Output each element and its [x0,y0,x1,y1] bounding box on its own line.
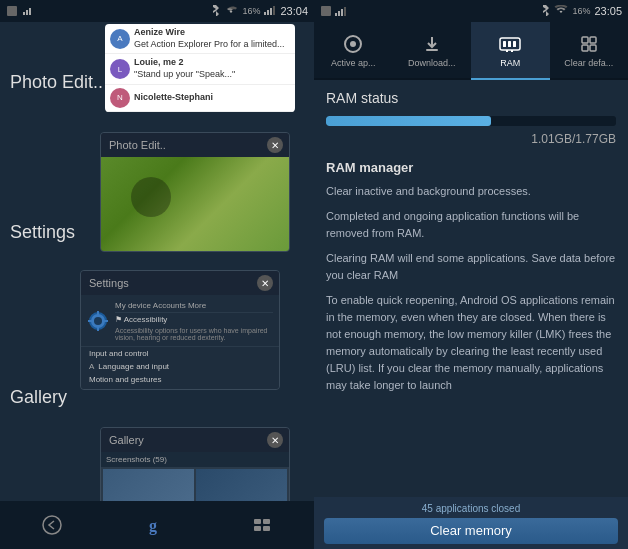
clear-memory-button[interactable]: Clear memory [324,518,618,544]
tab-download[interactable]: Download... [393,22,472,78]
svg-rect-37 [590,45,596,51]
settings-card[interactable]: Settings ✕ My device Accounts More [80,270,280,390]
svg-text:g: g [149,517,157,535]
notif-avatar-3: N [110,88,130,108]
gallery-label: Gallery [10,387,67,408]
ram-bar-container [326,116,616,126]
svg-rect-22 [338,11,340,16]
svg-rect-2 [26,10,28,15]
menu-button[interactable] [242,505,282,545]
svg-rect-13 [104,320,108,322]
right-status-left [320,5,347,17]
ram-description: Clear inactive and background processes.… [326,183,616,395]
gear-settings-icon [87,310,109,332]
gallery-close[interactable]: ✕ [267,432,283,448]
left-content: Photo Edit.. A Aenize Wire Get Action Ex… [0,22,314,501]
left-status-bar: 16% 23:04 [0,0,314,22]
svg-rect-17 [263,519,270,524]
svg-rect-1 [23,12,25,15]
tab-clear-label: Clear defa... [564,58,613,68]
tab-bar: Active ap... Download... [314,22,628,80]
tab-ram-label: RAM [500,58,520,68]
android-icon-right [320,5,332,17]
notif-name-3: Nicolette-Stephani [134,92,213,104]
svg-rect-4 [264,12,266,15]
svg-rect-33 [511,50,513,52]
notif-avatar-1: A [110,29,130,49]
notif-name-2: Louie, me 2 [134,57,235,69]
settings-titlebar: Settings ✕ [81,271,279,295]
svg-rect-12 [88,320,92,322]
settings-menu-items: My device Accounts More ⚑ Accessibility … [115,299,273,342]
bluetooth-icon-right [542,4,550,18]
back-button[interactable] [32,505,72,545]
photo-edit-close[interactable]: ✕ [267,137,283,153]
photo-edit-label: Photo Edit.. [10,72,103,93]
android-icon [6,5,18,17]
ram-desc-4: To enable quick reopening, Android OS ap… [326,292,616,394]
ram-desc-3: Clearing RAM will end some applications.… [326,250,616,284]
input-control-row: Input and control [81,346,279,360]
notif-row-2: L Louie, me 2 "Stand up your "Speak..." [105,54,295,84]
svg-point-9 [94,317,102,325]
photo-edit-card[interactable]: Photo Edit.. ✕ [100,132,290,252]
svg-rect-24 [344,7,346,16]
gallery-titlebar: Gallery ✕ [101,428,289,452]
ram-icon [499,33,521,55]
notif-msg-2: "Stand up your "Speak..." [134,69,235,79]
right-status-bar: 16% 23:05 [314,0,628,22]
ram-used: 1.01GB [531,132,572,146]
signal-bars-right [335,6,347,16]
ram-status-title: RAM status [326,90,616,106]
svg-rect-35 [590,37,596,43]
ram-bar-fill [326,116,491,126]
accessibility-desc: Accessibility options for users who have… [115,326,273,342]
svg-point-26 [350,41,356,47]
notification-card: A Aenize Wire Get Action Explorer Pro fo… [105,24,295,112]
clear-memory-area: 45 applications closed Clear memory [314,497,628,549]
ram-total: 1.77GB [575,132,616,146]
battery-percent-right: 16% [572,6,590,16]
gallery-cell-2 [196,469,287,501]
settings-label: Settings [10,222,75,243]
wifi-icon-right [554,5,568,17]
right-panel: 16% 23:05 Active ap... Download... [314,0,628,549]
language-icon-text: A [89,362,94,371]
tab-clear-defaults[interactable]: Clear defa... [550,22,629,78]
motion-label: Motion and gestures [89,375,271,384]
settings-thumbnail: My device Accounts More ⚑ Accessibility … [81,295,279,389]
gallery-cell-1 [103,469,194,501]
photo-edit-titlebar: Photo Edit.. ✕ [101,133,289,157]
motion-row: Motion and gestures [81,373,279,386]
left-status-icons [6,5,33,17]
photo-edit-image [101,157,289,251]
signal-bars-left [264,5,276,17]
signal-icon-left [21,5,33,17]
settings-row-gear: My device Accounts More ⚑ Accessibility … [81,295,279,346]
tab-active-apps-label: Active ap... [331,58,376,68]
apps-closed-label: 45 applications closed [314,497,628,514]
notif-msg-1: Get Action Explorer Pro for a limited... [134,39,285,49]
gallery-card[interactable]: Gallery ✕ Screenshots (59) ⬜ [100,427,290,501]
svg-rect-32 [506,50,508,52]
settings-close[interactable]: ✕ [257,275,273,291]
ram-manager-title: RAM manager [326,160,616,175]
notif-row-3: N Nicolette-Stephani [105,85,295,112]
notif-name-1: Aenize Wire [134,27,285,39]
google-button[interactable]: g [137,505,177,545]
svg-point-14 [43,516,61,534]
svg-rect-21 [335,13,337,16]
svg-rect-19 [263,526,270,531]
svg-rect-23 [341,9,343,16]
photo-edit-thumbnail [101,157,289,251]
ram-numbers: 1.01GB/1.77GB [326,132,616,146]
tab-download-label: Download... [408,58,456,68]
tab-active-apps[interactable]: Active ap... [314,22,393,78]
left-status-right: 16% 23:04 [212,4,308,18]
tab-ram[interactable]: RAM [471,22,550,80]
notif-avatar-2: L [110,59,130,79]
time-right: 23:05 [594,5,622,17]
gallery-album-label: Screenshots (59) [101,452,289,467]
settings-app-name: Settings [89,277,129,289]
photo-edit-overlay [131,177,171,217]
